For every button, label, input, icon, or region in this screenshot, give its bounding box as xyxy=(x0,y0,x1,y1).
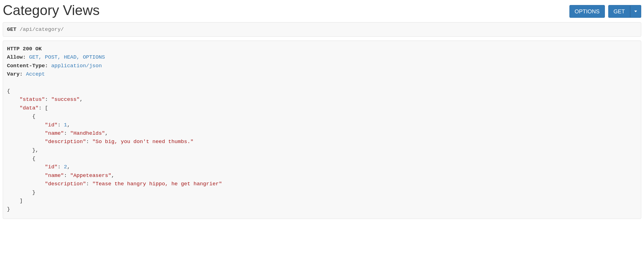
allow-value: GET, POST, HEAD, OPTIONS xyxy=(29,54,105,60)
json-brace: } xyxy=(32,189,35,196)
status-line: HTTP 200 OK xyxy=(7,46,42,52)
json-comma: , xyxy=(80,96,83,102)
json-bracket: [ xyxy=(45,105,48,111)
json-key-desc: "description" xyxy=(45,181,86,187)
json-key-status: "status" xyxy=(20,96,45,102)
json-key-name: "name" xyxy=(45,172,64,179)
json-val-name: "Appeteasers" xyxy=(70,172,111,179)
json-colon: : xyxy=(64,130,67,136)
json-colon: : xyxy=(45,96,48,102)
json-colon: : xyxy=(86,139,89,145)
json-comma: , xyxy=(111,172,114,179)
request-method: GET xyxy=(7,26,16,32)
json-colon: : xyxy=(57,122,60,128)
json-comma: , xyxy=(67,164,70,170)
json-colon: : xyxy=(64,172,67,179)
json-brace: { xyxy=(7,88,10,94)
vary-value: Accept xyxy=(26,71,45,77)
allow-label: Allow: xyxy=(7,54,26,60)
caret-down-icon xyxy=(634,11,637,12)
button-group: OPTIONS GET xyxy=(569,5,641,18)
vary-label: Vary: xyxy=(7,71,23,77)
json-val-status: "success" xyxy=(51,96,80,102)
json-colon: : xyxy=(39,105,42,111)
json-val-desc: "So big, you don't need thumbs." xyxy=(92,139,194,145)
json-val-id: 2 xyxy=(64,164,67,170)
json-colon: : xyxy=(57,164,60,170)
json-brace: }, xyxy=(32,147,39,153)
request-bar: GET /api/category/ xyxy=(3,22,641,37)
get-dropdown-button[interactable] xyxy=(630,5,641,18)
content-type-label: Content-Type: xyxy=(7,63,48,69)
json-colon: : xyxy=(86,181,89,187)
json-key-data: "data" xyxy=(20,105,39,111)
get-button-group: GET xyxy=(608,5,641,18)
json-brace: } xyxy=(7,206,10,212)
json-comma: , xyxy=(105,130,108,136)
json-comma: , xyxy=(67,122,70,128)
json-val-desc: "Tease the hangry hippo, he get hangrier… xyxy=(92,181,222,187)
request-path: /api/category/ xyxy=(20,26,64,32)
json-val-name: "Handhelds" xyxy=(70,130,105,136)
get-button[interactable]: GET xyxy=(608,5,630,18)
json-brace: { xyxy=(32,156,35,162)
json-key-id: "id" xyxy=(45,164,58,170)
json-key-id: "id" xyxy=(45,122,58,128)
json-brace: { xyxy=(32,113,35,119)
json-val-id: 1 xyxy=(64,122,67,128)
json-key-desc: "description" xyxy=(45,139,86,145)
content-type-value: application/json xyxy=(51,63,102,69)
json-bracket: ] xyxy=(20,198,23,204)
options-button[interactable]: OPTIONS xyxy=(569,5,605,18)
response-panel: HTTP 200 OK Allow: GET, POST, HEAD, OPTI… xyxy=(3,41,641,219)
page-title: Category Views xyxy=(3,3,100,18)
header-row: Category Views OPTIONS GET xyxy=(3,3,641,18)
json-key-name: "name" xyxy=(45,130,64,136)
